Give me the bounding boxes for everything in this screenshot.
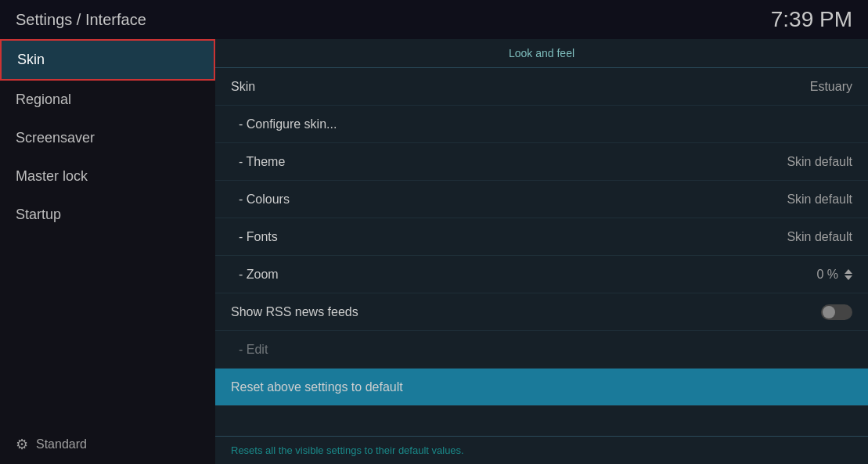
setting-value-fonts: Skin default	[787, 230, 852, 244]
setting-row-fonts[interactable]: - Fonts Skin default	[215, 218, 868, 256]
sidebar-footer: ⚙ Standard	[0, 425, 215, 464]
rss-feeds-toggle[interactable]	[821, 304, 852, 320]
setting-row-zoom[interactable]: - Zoom 0 %	[215, 256, 868, 293]
sidebar-item-regional[interactable]: Regional	[0, 81, 215, 119]
zoom-up-icon[interactable]	[845, 269, 852, 274]
page-title: Settings / Interface	[16, 11, 146, 29]
setting-label-theme: - Theme	[231, 155, 285, 169]
sidebar-item-screensaver[interactable]: Screensaver	[0, 119, 215, 157]
setting-label-fonts: - Fonts	[231, 230, 278, 244]
setting-label-configure-skin: - Configure skin...	[231, 117, 337, 131]
sidebar-item-startup-label: Startup	[16, 207, 61, 222]
setting-label-rss-feeds: Show RSS news feeds	[231, 305, 358, 319]
sidebar-item-master-lock-label: Master lock	[16, 168, 88, 184]
sidebar-item-skin-label: Skin	[17, 52, 45, 67]
setting-label-skin: Skin	[231, 80, 255, 94]
zoom-down-icon[interactable]	[845, 275, 852, 280]
setting-row-reset[interactable]: Reset above settings to default	[215, 369, 868, 406]
setting-value-rss-feeds	[821, 304, 852, 320]
sidebar-item-master-lock[interactable]: Master lock	[0, 157, 215, 196]
sidebar-item-regional-label: Regional	[16, 92, 71, 107]
main-layout: Skin Regional Screensaver Master lock St…	[0, 39, 868, 464]
setting-value-zoom: 0 %	[816, 268, 852, 282]
sidebar-item-skin[interactable]: Skin	[0, 39, 215, 81]
sidebar-item-screensaver-label: Screensaver	[16, 130, 95, 146]
setting-value-colours: Skin default	[787, 192, 852, 207]
setting-row-edit: - Edit	[215, 331, 868, 369]
setting-label-reset: Reset above settings to default	[231, 380, 403, 394]
setting-value-skin: Estuary	[810, 80, 852, 94]
zoom-controls[interactable]	[845, 269, 852, 280]
sidebar: Skin Regional Screensaver Master lock St…	[0, 39, 215, 464]
settings-level-label: Standard	[36, 437, 87, 451]
settings-list: Skin Estuary - Configure skin... - Theme…	[215, 68, 868, 436]
setting-row-theme[interactable]: - Theme Skin default	[215, 143, 868, 181]
content-footer: Resets all the visible settings to their…	[215, 436, 868, 464]
section-header: Look and feel	[215, 39, 868, 68]
gear-icon: ⚙	[16, 436, 28, 453]
setting-label-edit: - Edit	[231, 343, 268, 357]
setting-label-colours: - Colours	[231, 192, 290, 207]
setting-row-colours[interactable]: - Colours Skin default	[215, 181, 868, 218]
setting-row-configure-skin[interactable]: - Configure skin...	[215, 106, 868, 143]
zoom-value-text: 0 %	[816, 268, 838, 282]
header: Settings / Interface 7:39 PM	[0, 0, 868, 39]
setting-row-skin[interactable]: Skin Estuary	[215, 68, 868, 106]
clock: 7:39 PM	[771, 7, 852, 32]
setting-row-rss-feeds[interactable]: Show RSS news feeds	[215, 293, 868, 331]
sidebar-item-startup[interactable]: Startup	[0, 196, 215, 234]
setting-label-zoom: - Zoom	[231, 268, 279, 282]
setting-value-theme: Skin default	[787, 155, 852, 169]
content-area: Look and feel Skin Estuary - Configure s…	[215, 39, 868, 464]
